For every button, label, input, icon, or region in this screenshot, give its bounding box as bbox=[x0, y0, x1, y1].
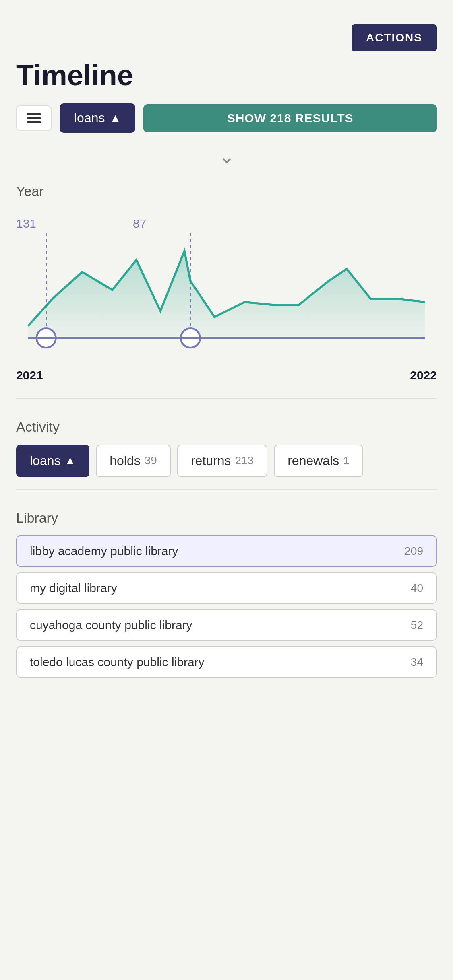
activity-pill-holds[interactable]: holds 39 bbox=[96, 445, 171, 477]
chart-container: 131 87 2021 2022 bbox=[0, 213, 453, 390]
chart-value-left: 131 bbox=[16, 217, 36, 231]
pill-count-holds: 39 bbox=[145, 454, 157, 467]
actions-button[interactable]: ACTIONS bbox=[352, 24, 437, 51]
activity-pills: loans ▲ holds 39 returns 213 renewals 1 bbox=[16, 445, 437, 477]
library-list: libby academy public library 209 my digi… bbox=[16, 535, 437, 678]
pill-label-holds: holds bbox=[110, 453, 141, 468]
page-title: Timeline bbox=[16, 60, 437, 91]
library-count-cuyahoga: 52 bbox=[411, 619, 423, 632]
menu-line-1 bbox=[27, 113, 41, 115]
activity-pill-renewals[interactable]: renewals 1 bbox=[274, 445, 363, 477]
library-section: Library libby academy public library 209… bbox=[0, 498, 453, 688]
library-count-toledo: 34 bbox=[411, 656, 423, 669]
divider-2 bbox=[16, 489, 437, 490]
title-row: Timeline bbox=[0, 51, 453, 95]
menu-line-3 bbox=[27, 121, 41, 123]
chart-year-end: 2022 bbox=[410, 369, 437, 382]
svg-marker-2 bbox=[28, 251, 425, 338]
loans-filter-label: loans bbox=[74, 111, 105, 126]
chart-value-right: 87 bbox=[133, 217, 146, 231]
header: ACTIONS bbox=[0, 0, 453, 51]
menu-line-2 bbox=[27, 117, 41, 119]
activity-section: Activity loans ▲ holds 39 returns 213 re… bbox=[0, 407, 453, 481]
divider-1 bbox=[16, 398, 437, 399]
chevron-down-icon: ⌄ bbox=[219, 145, 235, 167]
chevron-row: ⌄ bbox=[0, 141, 453, 171]
chart-years: 2021 2022 bbox=[16, 369, 437, 382]
library-count-libby: 209 bbox=[404, 545, 423, 558]
library-count-mydigital: 40 bbox=[411, 582, 423, 595]
sort-icon-loans: ▲ bbox=[65, 454, 76, 467]
library-item-libby[interactable]: libby academy public library 209 bbox=[16, 535, 437, 567]
pill-label-loans: loans bbox=[30, 453, 61, 468]
year-label: Year bbox=[16, 183, 437, 199]
library-name-cuyahoga: cuyahoga county public library bbox=[30, 618, 192, 632]
library-name-toledo: toledo lucas county public library bbox=[30, 655, 205, 669]
library-name-mydigital: my digital library bbox=[30, 581, 117, 595]
activity-pill-loans[interactable]: loans ▲ bbox=[16, 445, 89, 477]
year-section: Year bbox=[0, 171, 453, 213]
pill-label-returns: returns bbox=[191, 453, 231, 468]
filter-row: loans ▲ SHOW 218 RESULTS bbox=[0, 95, 453, 141]
pill-count-renewals: 1 bbox=[343, 454, 350, 467]
pill-count-returns: 213 bbox=[235, 454, 254, 467]
library-item-mydigital[interactable]: my digital library 40 bbox=[16, 572, 437, 604]
activity-label: Activity bbox=[16, 419, 437, 435]
pill-label-renewals: renewals bbox=[288, 453, 339, 468]
chart-year-start: 2021 bbox=[16, 369, 43, 382]
library-item-toledo[interactable]: toledo lucas county public library 34 bbox=[16, 646, 437, 678]
menu-button[interactable] bbox=[16, 105, 52, 131]
sort-arrow-icon: ▲ bbox=[110, 112, 121, 125]
timeline-chart bbox=[16, 233, 437, 365]
activity-pill-returns[interactable]: returns 213 bbox=[177, 445, 267, 477]
loans-filter-button[interactable]: loans ▲ bbox=[60, 103, 135, 133]
library-item-cuyahoga[interactable]: cuyahoga county public library 52 bbox=[16, 609, 437, 641]
show-results-button[interactable]: SHOW 218 RESULTS bbox=[143, 104, 437, 132]
library-name-libby: libby academy public library bbox=[30, 544, 178, 558]
library-label: Library bbox=[16, 510, 437, 526]
